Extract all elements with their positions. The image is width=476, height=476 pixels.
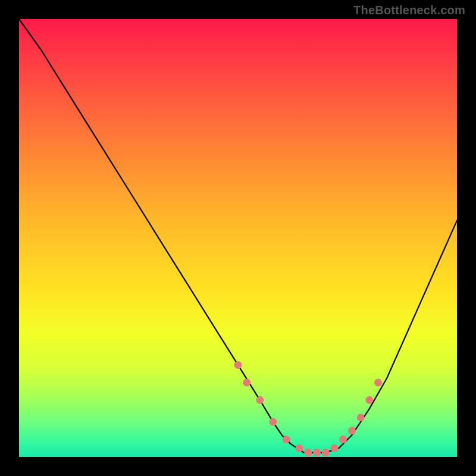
data-point [348, 427, 356, 434]
data-point [269, 418, 277, 426]
data-point [296, 444, 303, 452]
curve-layer [19, 19, 457, 457]
data-point [357, 414, 365, 421]
chart-area [19, 19, 457, 457]
data-point [283, 436, 290, 443]
data-point [243, 378, 250, 386]
data-point [234, 361, 242, 369]
data-point [374, 378, 382, 386]
data-point [322, 449, 330, 456]
data-point [256, 396, 264, 404]
data-point [313, 449, 321, 456]
data-point [330, 444, 338, 452]
data-point [339, 436, 347, 443]
bottleneck-curve [19, 19, 457, 453]
data-point [365, 396, 373, 404]
watermark-text: TheBottleneck.com [353, 4, 465, 17]
data-point [304, 449, 312, 456]
